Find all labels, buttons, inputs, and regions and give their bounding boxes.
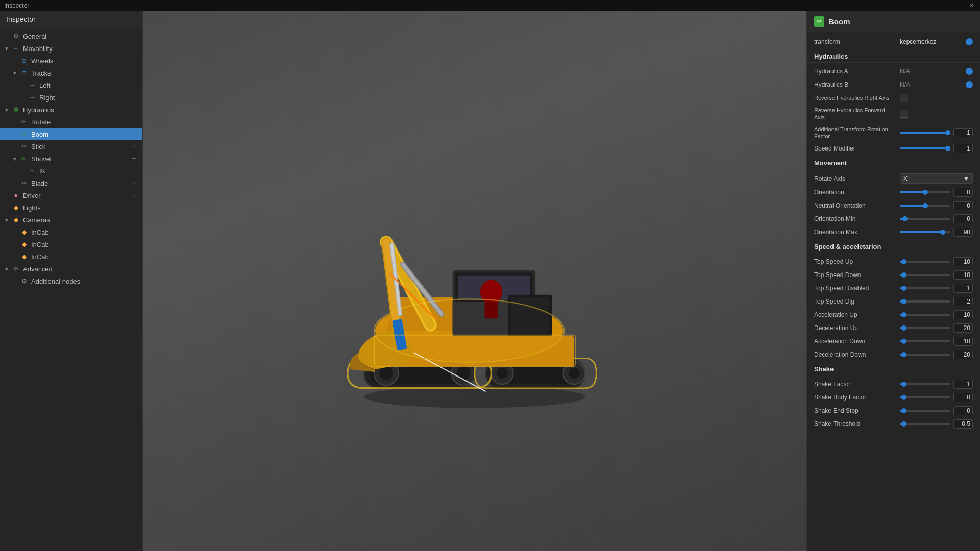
top-speed-dig-row: Top Speed Dig bbox=[807, 295, 980, 308]
add-button-driver[interactable]: + bbox=[130, 191, 138, 199]
top-speed-dig-slider-container[interactable] bbox=[900, 300, 950, 303]
top-speed-up-slider-container[interactable] bbox=[900, 261, 950, 263]
shake-factor-slider-track[interactable] bbox=[900, 383, 950, 385]
deceleration-down-input[interactable] bbox=[953, 350, 973, 359]
reverse-forward-checkbox[interactable] bbox=[900, 110, 908, 118]
additional-transform-slider-track[interactable] bbox=[900, 132, 950, 134]
shake-factor-row: Shake Factor bbox=[807, 378, 980, 391]
speed-modifier-slider-track[interactable] bbox=[900, 147, 950, 149]
speed-modifier-input[interactable] bbox=[953, 144, 973, 153]
orientation-min-slider-track[interactable] bbox=[900, 218, 950, 220]
orientation-slider-container[interactable] bbox=[900, 191, 950, 193]
3d-viewport[interactable] bbox=[143, 11, 806, 551]
deceleration-down-slider-container[interactable] bbox=[900, 354, 950, 356]
tree-item-ik[interactable]: ✂ IK bbox=[0, 165, 142, 177]
hydraulics-b-ref-dot[interactable] bbox=[966, 81, 973, 88]
tree-item-hydraulics[interactable]: ▼ ♻ Hydraulics bbox=[0, 104, 142, 116]
tree-item-advanced[interactable]: ▼ ⚙ Advanced bbox=[0, 263, 142, 275]
speed-modifier-label: Speed Modifier bbox=[814, 145, 896, 152]
orientation-min-slider-container[interactable] bbox=[900, 218, 950, 220]
top-speed-disabled-slider-track[interactable] bbox=[900, 287, 950, 289]
tree-item-shovel[interactable]: ▼ ✂ Shovel + bbox=[0, 153, 142, 165]
top-speed-dig-slider-track[interactable] bbox=[900, 300, 950, 303]
viewport[interactable]: ☰ bbox=[143, 11, 806, 551]
shake-body-factor-input[interactable] bbox=[953, 393, 973, 402]
tree-item-stick[interactable]: ✂ Stick + bbox=[0, 140, 142, 153]
tree-item-incab3[interactable]: ◆ InCab bbox=[0, 251, 142, 263]
top-speed-down-input[interactable] bbox=[953, 270, 973, 280]
tree-item-driver[interactable]: ● Driver + bbox=[0, 189, 142, 202]
shake-body-factor-slider-container[interactable] bbox=[900, 396, 950, 398]
shake-factor-input[interactable] bbox=[953, 380, 973, 389]
top-speed-down-slider-track[interactable] bbox=[900, 274, 950, 276]
acceleration-down-slider-container[interactable] bbox=[900, 340, 950, 342]
transform-ref-dot[interactable] bbox=[966, 38, 973, 45]
rotate-axis-value: X bbox=[903, 175, 908, 182]
orientation-max-slider-track[interactable] bbox=[900, 231, 950, 233]
tree-item-wheels[interactable]: ⊙ Wheels bbox=[0, 55, 142, 67]
tree-item-tracks[interactable]: ▼ ≡ Tracks bbox=[0, 67, 142, 79]
deceleration-up-slider-track[interactable] bbox=[900, 327, 950, 329]
rotate-axis-dropdown[interactable]: X ▼ bbox=[900, 173, 973, 184]
neutral-orientation-slider-container[interactable] bbox=[900, 205, 950, 207]
orientation-slider-track[interactable] bbox=[900, 191, 950, 193]
top-speed-disabled-input[interactable] bbox=[953, 284, 973, 293]
shake-body-factor-slider-track[interactable] bbox=[900, 396, 950, 398]
orientation-max-slider-container[interactable] bbox=[900, 231, 950, 233]
top-speed-disabled-slider-container[interactable] bbox=[900, 287, 950, 289]
deceleration-up-input[interactable] bbox=[953, 323, 973, 333]
shake-end-stop-slider-track[interactable] bbox=[900, 410, 950, 412]
tree-item-lights[interactable]: ◆ Lights bbox=[0, 202, 142, 214]
tree-item-cameras[interactable]: ▼ ◆ Cameras bbox=[0, 214, 142, 226]
orientation-max-input[interactable] bbox=[953, 228, 973, 237]
shake-threshold-slider-container[interactable] bbox=[900, 423, 950, 425]
top-speed-up-slider-track[interactable] bbox=[900, 261, 950, 263]
tree-item-movability[interactable]: ▼ → Movability bbox=[0, 42, 142, 55]
neutral-orientation-input[interactable] bbox=[953, 201, 973, 210]
orientation-max-label: Orientation Max bbox=[814, 229, 896, 236]
top-speed-dig-input[interactable] bbox=[953, 297, 973, 306]
deceleration-down-slider-track[interactable] bbox=[900, 354, 950, 356]
shake-threshold-row: Shake Threshold bbox=[807, 417, 980, 431]
acceleration-up-slider-track[interactable] bbox=[900, 314, 950, 316]
hydraulics-a-ref-dot[interactable] bbox=[966, 68, 973, 75]
shake-body-factor-value-area bbox=[900, 393, 973, 402]
orientation-min-input[interactable] bbox=[953, 214, 973, 223]
acceleration-up-input[interactable] bbox=[953, 310, 973, 319]
top-speed-down-slider-container[interactable] bbox=[900, 274, 950, 276]
reverse-right-checkbox[interactable] bbox=[900, 94, 908, 102]
tree-item-rotate[interactable]: ✂ Rotate bbox=[0, 116, 142, 128]
close-button[interactable]: × bbox=[968, 2, 976, 10]
svg-point-18 bbox=[380, 366, 393, 380]
tree-item-left[interactable]: ↔ Left bbox=[0, 79, 142, 91]
acceleration-down-input[interactable] bbox=[953, 337, 973, 346]
orientation-input[interactable] bbox=[953, 188, 973, 197]
tree-arrow-advanced: ▼ bbox=[4, 266, 11, 272]
additional-transform-slider-container[interactable] bbox=[900, 132, 950, 134]
tree-item-general[interactable]: ⚙ General bbox=[0, 30, 142, 42]
tree-item-right[interactable]: ↔ Right bbox=[0, 91, 142, 104]
shake-end-stop-input[interactable] bbox=[953, 406, 973, 415]
add-button-shovel[interactable]: + bbox=[130, 155, 138, 163]
add-button-blade[interactable]: + bbox=[130, 179, 138, 187]
tree-item-incab2[interactable]: ◆ InCab bbox=[0, 238, 142, 251]
top-speed-up-input[interactable] bbox=[953, 257, 973, 266]
neutral-orientation-slider-track[interactable] bbox=[900, 205, 950, 207]
tree-item-blade[interactable]: ✂ Blade + bbox=[0, 177, 142, 189]
tree-item-incab1[interactable]: ◆ InCab bbox=[0, 226, 142, 238]
shake-end-stop-slider-container[interactable] bbox=[900, 410, 950, 412]
acceleration-up-slider-container[interactable] bbox=[900, 314, 950, 316]
tree-item-boom[interactable]: ✂ Boom bbox=[0, 128, 142, 140]
tree-icon-shovel: ✂ bbox=[19, 154, 29, 163]
shake-threshold-input[interactable] bbox=[953, 419, 973, 429]
speed-modifier-slider-container[interactable] bbox=[900, 147, 950, 149]
acceleration-down-slider-track[interactable] bbox=[900, 340, 950, 342]
additional-transform-input[interactable]: 1 bbox=[953, 128, 973, 137]
tree-icon-cameras: ◆ bbox=[11, 215, 20, 224]
shake-threshold-slider-track[interactable] bbox=[900, 423, 950, 425]
deceleration-up-slider-container[interactable] bbox=[900, 327, 950, 329]
properties-header: ✂ Boom bbox=[807, 11, 980, 32]
add-button-stick[interactable]: + bbox=[130, 142, 138, 151]
tree-item-additional_nodes[interactable]: ⚙ Additional nodes bbox=[0, 275, 142, 287]
shake-factor-slider-container[interactable] bbox=[900, 383, 950, 385]
